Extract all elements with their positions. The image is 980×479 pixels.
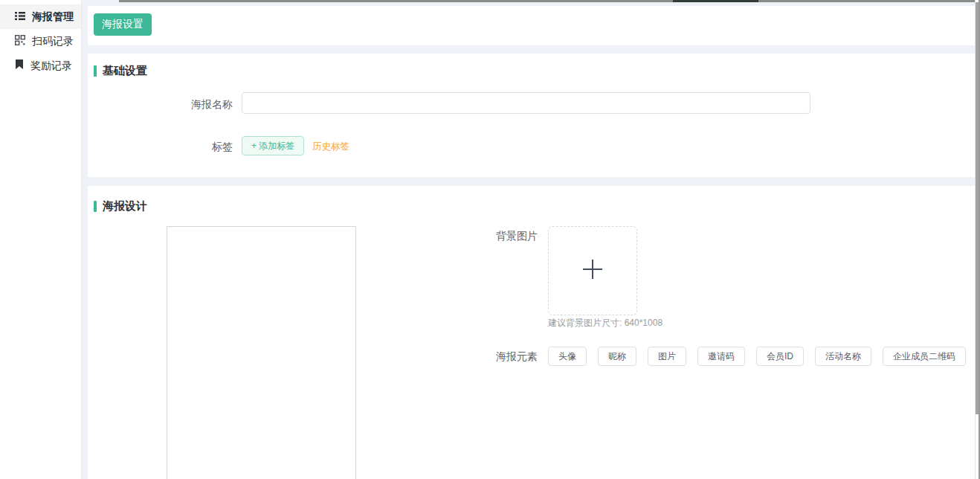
bookmark-icon (15, 60, 24, 72)
sidebar-item-poster-management[interactable]: 海报管理 (0, 4, 81, 29)
poster-elements-row: 头像 昵称 图片 邀请码 会员ID 活动名称 企业成员二维码 (548, 347, 980, 366)
poster-design-card: 海报设计 背景图片 建议背景图片尺寸: 640*1008 海报元素 头像 昵称 … (88, 186, 975, 479)
poster-admin-screen: 海报管理 扫码记录 奖励记录 海报设置 (0, 0, 980, 479)
tag-label: 标签 (147, 141, 233, 154)
element-button-nickname[interactable]: 昵称 (598, 347, 636, 366)
section-accent-bar (94, 201, 97, 212)
poster-preview-canvas[interactable] (167, 226, 356, 479)
history-tags-link[interactable]: 历史标签 (312, 141, 349, 153)
poster-settings-button[interactable]: 海报设置 (94, 13, 152, 36)
element-button-enterprise-qr[interactable]: 企业成员二维码 (883, 347, 966, 366)
sidebar-item-scan-records[interactable]: 扫码记录 (0, 29, 81, 54)
poster-design-title: 海报设计 (94, 199, 147, 213)
toolbar-card: 海报设置 (88, 6, 975, 45)
poster-name-input[interactable] (242, 92, 810, 114)
qrcode-icon (15, 35, 25, 48)
plus-icon (581, 258, 604, 283)
basic-settings-card: 基础设置 海报名称 标签 + 添加标签 历史标签 (88, 54, 975, 177)
background-image-upload[interactable] (548, 226, 637, 315)
poster-name-label: 海报名称 (147, 98, 233, 112)
sidebar-item-reward-records[interactable]: 奖励记录 (0, 54, 81, 78)
browser-edge-dark-segment (673, 0, 758, 2)
element-button-activity-name[interactable]: 活动名称 (815, 347, 871, 366)
sidebar-item-label: 海报管理 (32, 10, 74, 24)
section-accent-bar (94, 65, 97, 77)
element-button-member-id[interactable]: 会员ID (756, 347, 804, 366)
upload-size-hint: 建议背景图片尺寸: 640*1008 (548, 317, 663, 329)
browser-edge-strip (119, 0, 980, 2)
element-button-image[interactable]: 图片 (648, 347, 686, 366)
add-tag-button[interactable]: + 添加标签 (242, 136, 304, 155)
sidebar: 海报管理 扫码记录 奖励记录 (0, 0, 82, 479)
list-icon (15, 11, 25, 23)
element-button-invite-code[interactable]: 邀请码 (697, 347, 745, 366)
background-image-label: 背景图片 (452, 230, 538, 243)
element-button-avatar[interactable]: 头像 (548, 347, 587, 366)
sidebar-item-label: 扫码记录 (32, 35, 74, 48)
basic-settings-title: 基础设置 (94, 64, 147, 78)
sidebar-item-label: 奖励记录 (30, 60, 72, 73)
poster-elements-label: 海报元素 (452, 350, 538, 364)
